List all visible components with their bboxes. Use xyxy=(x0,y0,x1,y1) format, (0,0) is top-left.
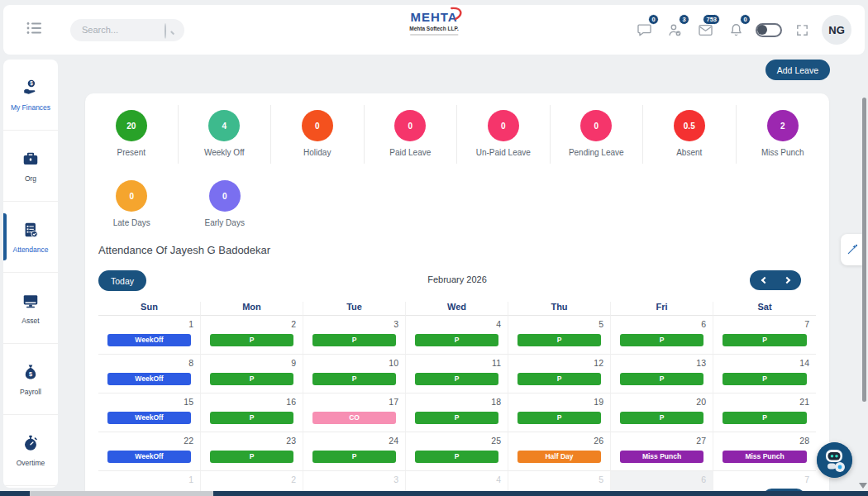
attendance-badge-weekoff[interactable]: WeekOff xyxy=(107,334,191,346)
attendance-badge-present[interactable]: P xyxy=(415,412,498,424)
calendar-day-cell[interactable]: 27Miss Punch xyxy=(611,432,713,471)
attendance-badge-present[interactable]: P xyxy=(312,451,396,463)
attendance-badge-misspunch[interactable]: Miss Punch xyxy=(723,451,807,463)
calendar-day-cell[interactable]: 18P xyxy=(406,393,508,432)
add-leave-button[interactable]: Add Leave xyxy=(765,60,830,80)
sidebar-item-overtime[interactable]: Overtime xyxy=(3,415,58,486)
day-number: 4 xyxy=(496,319,501,329)
attendance-badge-present[interactable]: P xyxy=(723,412,807,424)
attendance-badge-halfday[interactable]: Half Day xyxy=(517,451,601,463)
calendar-day-cell[interactable]: 8WeekOff xyxy=(98,355,201,393)
attendance-badge-present[interactable]: P xyxy=(723,373,807,385)
calendar-day-cell[interactable]: 6P xyxy=(611,316,713,355)
calendar-day-cell[interactable]: 20P xyxy=(611,393,713,432)
sidebar-item-asset[interactable]: Asset xyxy=(3,273,58,344)
calendar-day-cell[interactable]: 22WeekOff xyxy=(98,432,201,471)
calendar-day-cell[interactable]: 28Miss Punch xyxy=(713,432,816,471)
scroll-down-icon[interactable] xyxy=(859,483,867,489)
attendance-badge-present[interactable]: P xyxy=(723,334,807,346)
calendar-day-cell[interactable]: 3P xyxy=(303,316,406,355)
attendance-badge-present[interactable]: P xyxy=(415,334,498,346)
attendance-badge-present[interactable]: P xyxy=(415,451,498,463)
attendance-badge-present[interactable]: P xyxy=(210,373,293,385)
calendar-day-cell[interactable]: 23P xyxy=(201,432,303,471)
attendance-badge-present[interactable]: P xyxy=(517,334,601,346)
prev-month-icon[interactable] xyxy=(761,277,767,284)
fullscreen-icon[interactable] xyxy=(793,21,811,39)
stat-value-circle: 2 xyxy=(767,110,799,141)
day-number: 13 xyxy=(696,358,706,368)
sidebar-item-my-finances[interactable]: $My Finances xyxy=(3,60,58,131)
calendar-day-cell[interactable]: 17CO xyxy=(303,393,406,432)
calendar-day-cell[interactable]: 14P xyxy=(713,355,816,393)
robot-icon xyxy=(817,442,852,478)
attendance-badge-weekoff[interactable]: WeekOff xyxy=(107,451,191,463)
attendance-badge-present[interactable]: P xyxy=(620,373,703,385)
theme-toggle[interactable] xyxy=(756,23,782,37)
vertical-scrollbar[interactable] xyxy=(862,98,866,402)
day-number: 5 xyxy=(599,475,603,484)
calendar-day-cell[interactable]: 25P xyxy=(406,432,508,471)
attendance-badge-present[interactable]: P xyxy=(415,373,498,385)
user-check-icon[interactable]: 3 xyxy=(665,21,684,39)
sidebar-item-label: Attendance xyxy=(12,246,48,254)
day-number: 25 xyxy=(491,436,501,446)
calendar-day-cell[interactable]: 7P xyxy=(713,316,816,355)
stat-weekly-off: 4Weekly Off xyxy=(179,105,272,164)
stat-label: Pending Leave xyxy=(569,148,624,157)
sidebar-item-org[interactable]: Org xyxy=(3,131,58,202)
sidebar-item-attendance[interactable]: Attendance xyxy=(3,202,58,273)
calendar-day-cell[interactable]: 13P xyxy=(611,355,713,393)
calendar-day-cell[interactable]: 19P xyxy=(508,393,611,432)
day-header: Tue xyxy=(303,302,406,316)
stat-absent: 0.5Absent xyxy=(643,105,737,164)
attendance-badge-present[interactable]: P xyxy=(312,373,396,385)
attendance-badge-co[interactable]: CO xyxy=(312,412,396,424)
calendar-day-cell[interactable]: 4P xyxy=(406,316,508,355)
chatbot-button[interactable] xyxy=(817,442,852,478)
calendar-day-cell[interactable]: 2P xyxy=(201,316,303,355)
stat-label: Paid Leave xyxy=(389,148,431,157)
attendance-badge-present[interactable]: P xyxy=(210,334,293,346)
stat-value-circle: 0 xyxy=(394,110,426,141)
attendance-badge-weekoff[interactable]: WeekOff xyxy=(107,373,191,385)
attendance-badge-present[interactable]: P xyxy=(210,451,293,463)
logo-tagline xyxy=(410,34,458,36)
calendar-day-cell[interactable]: 1WeekOff xyxy=(98,316,201,355)
calendar-day-cell[interactable]: 15WeekOff xyxy=(98,393,201,432)
calendar-day-cell[interactable]: 11P xyxy=(406,355,508,393)
calendar-day-cell[interactable]: 24P xyxy=(303,432,406,471)
chat-icon[interactable]: 0 xyxy=(635,21,653,39)
calendar-day-cell[interactable]: 9P xyxy=(201,355,303,393)
stat-late-days: 0Late Days xyxy=(85,175,179,234)
menu-icon[interactable] xyxy=(26,21,42,38)
sidebar-item-payroll[interactable]: $Payroll xyxy=(3,344,58,415)
attendance-badge-present[interactable]: P xyxy=(210,412,293,424)
attendance-badge-present[interactable]: P xyxy=(517,412,601,424)
search-icon[interactable] xyxy=(165,24,176,36)
next-month-icon[interactable] xyxy=(783,277,789,284)
attendance-badge-weekoff[interactable]: WeekOff xyxy=(107,412,191,424)
attendance-badge-present[interactable]: P xyxy=(620,412,703,424)
side-panel-toggle[interactable] xyxy=(841,234,863,265)
mail-icon[interactable]: 753 xyxy=(696,21,714,39)
calendar-day-cell[interactable]: 5P xyxy=(508,316,611,355)
horizontal-scrollbar-thumb[interactable] xyxy=(30,491,213,496)
calendar-day-cell[interactable]: 26Half Day xyxy=(508,432,611,471)
bell-icon[interactable]: 0 xyxy=(727,21,745,39)
attendance-badge-present[interactable]: P xyxy=(312,334,396,346)
calendar-day-cell[interactable]: 21P xyxy=(713,393,816,432)
day-number: 17 xyxy=(389,397,398,407)
calendar-day-cell[interactable]: 10P xyxy=(303,355,406,393)
calendar-day-cell[interactable]: 16P xyxy=(201,393,303,432)
avatar[interactable]: NG xyxy=(822,15,851,45)
attendance-badge-present[interactable]: P xyxy=(620,334,703,346)
stat-value-circle: 0.5 xyxy=(674,110,705,141)
attendance-badge-present[interactable]: P xyxy=(517,373,601,385)
day-number: 6 xyxy=(701,319,706,329)
calendar-day-cell[interactable]: 12P xyxy=(508,355,611,393)
day-number: 15 xyxy=(184,397,193,407)
attendance-card: 20Present4Weekly Off0Holiday0Paid Leave0… xyxy=(85,93,829,496)
page-title: Attendance Of Jayesh G Badodekar xyxy=(98,244,829,256)
attendance-badge-misspunch[interactable]: Miss Punch xyxy=(620,451,703,463)
